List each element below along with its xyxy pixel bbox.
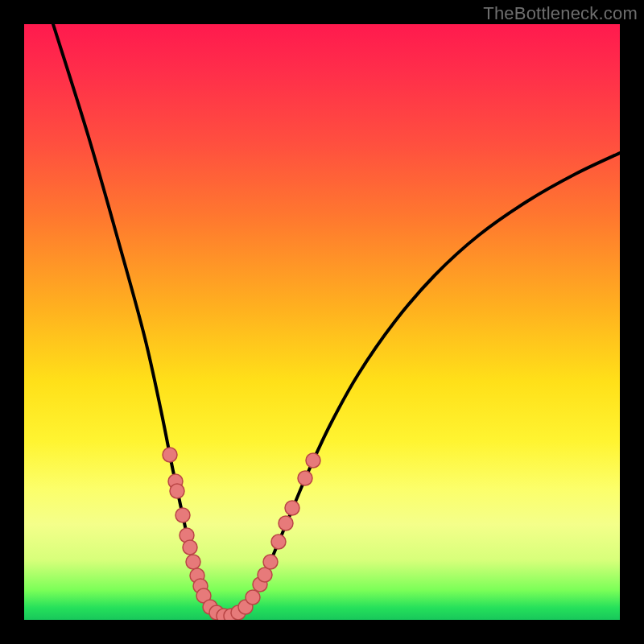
data-marker (183, 540, 197, 555)
data-markers (163, 448, 320, 620)
curve-svg (24, 24, 620, 620)
watermark-text: TheBottleneck.com (483, 3, 638, 24)
data-marker (186, 555, 200, 569)
plot-area (24, 24, 620, 620)
data-marker (175, 508, 190, 522)
data-marker (285, 501, 299, 515)
chart-stage: TheBottleneck.com (0, 0, 644, 644)
data-marker (263, 555, 278, 569)
data-marker (170, 484, 184, 498)
data-marker (246, 590, 260, 605)
data-marker (279, 516, 293, 530)
data-marker (298, 471, 312, 485)
bottleneck-curve (53, 24, 620, 617)
data-marker (271, 535, 286, 549)
data-marker (306, 453, 320, 468)
data-marker (163, 448, 177, 462)
